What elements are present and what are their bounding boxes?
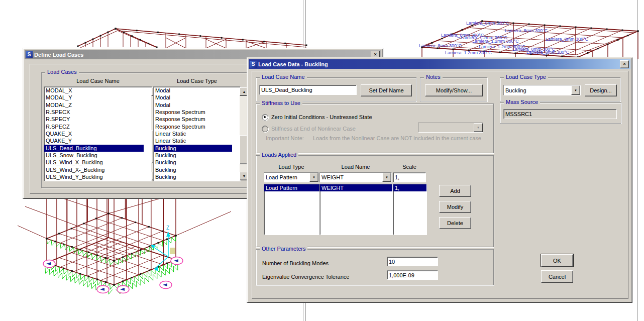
cancel-button[interactable]: Cancel xyxy=(541,270,573,283)
load-case-name-row[interactable]: MODAL_X xyxy=(44,87,144,94)
load-type-list[interactable]: Load Pattern xyxy=(264,184,320,235)
load-case-type-row[interactable]: Buckling xyxy=(154,152,232,159)
load-case-type-row[interactable]: Buckling xyxy=(154,145,232,152)
buckling-modes-label: Number of Buckling Modes xyxy=(262,260,329,266)
delete-button[interactable]: Delete xyxy=(439,217,471,229)
load-type-dropdown[interactable]: Load Pattern ▼ xyxy=(264,172,319,182)
load-case-name-group-label: Load Case Name xyxy=(260,74,307,80)
grip-box xyxy=(170,248,175,254)
load-name-list[interactable]: WEIGHT xyxy=(319,184,393,235)
notes-group-label: Notes xyxy=(424,74,443,80)
load-case-name-row[interactable]: MODAL_Z xyxy=(44,101,144,109)
member-label: Lamiera_8mm 300°C xyxy=(546,37,588,42)
load-case-data-titlebar[interactable]: S Load Case Data - Buckling ✕ xyxy=(249,59,630,69)
loads-applied-group: Loads Applied Load Type Load Name Scale … xyxy=(256,155,494,247)
load-case-name-group: Load Case Name ULS_Dead_Buckling Set Def… xyxy=(256,77,416,101)
eigenvalue-tolerance-label: Eigenvalue Convergence Tolerance xyxy=(262,274,349,280)
load-case-type-header: Load Case Type xyxy=(177,78,217,84)
load-case-name-row[interactable]: ULS_Wind_Y_Buckling xyxy=(44,173,144,180)
stiffness-group: Stiffness to Use Zero Initial Conditions… xyxy=(256,103,494,153)
load-case-type-row[interactable]: Response Spectrum xyxy=(154,109,232,116)
load-case-name-row[interactable]: R.SPECX xyxy=(44,109,144,116)
member-label: Lamiera_8mm 300°C xyxy=(466,21,509,26)
app-logo-icon: S xyxy=(250,61,257,68)
load-case-name-list[interactable]: ▲ ▼ MODAL_XMODAL_YMODAL_ZR.SPECXR.SPECYR… xyxy=(44,86,152,181)
load-case-name-row[interactable]: ULS_Dead_Buckling xyxy=(44,145,144,152)
load-case-name-row[interactable]: ULS_Snow_Buckling xyxy=(44,152,144,159)
other-parameters-group: Other Parameters Number of Buckling Mode… xyxy=(256,249,494,285)
load-case-name-row[interactable]: QUAKE_Y xyxy=(44,137,144,144)
load-case-name-row[interactable]: R.SPECZ xyxy=(44,123,144,130)
chevron-down-icon[interactable]: ▼ xyxy=(571,85,580,95)
mass-source-group-label: Mass Source xyxy=(504,99,540,105)
load-case-name-header: Load Case Name xyxy=(76,78,120,84)
load-case-type-row[interactable]: Modal xyxy=(154,87,232,94)
load-type-row[interactable]: Load Pattern xyxy=(264,184,319,191)
scale-input[interactable]: 1, xyxy=(393,172,426,182)
load-name-header: Load Name xyxy=(342,164,370,170)
modify-show-button[interactable]: Modify/Show... xyxy=(425,84,483,96)
load-case-type-row[interactable]: Response Spectrum xyxy=(154,116,232,123)
ok-button[interactable]: OK xyxy=(541,254,573,267)
chevron-down-icon[interactable]: ▼ xyxy=(309,173,318,182)
load-type-header: Load Type xyxy=(278,164,304,170)
load-name-dropdown[interactable]: WEIGHT ▼ xyxy=(319,172,392,182)
member-label: Lamiera_8mm 300°C xyxy=(526,50,569,55)
load-case-type-value: Buckling xyxy=(504,85,571,95)
design-button[interactable]: Design... xyxy=(585,84,617,96)
load-case-type-dropdown[interactable]: Buckling ▼ xyxy=(503,85,581,95)
eigenvalue-tolerance-input[interactable]: 1,000E-09 xyxy=(387,270,438,280)
stiffness-nonlinear-label: Stiffness at End of Nonlinear Case xyxy=(271,126,356,132)
define-load-cases-title: Define Load Cases xyxy=(34,52,369,58)
close-icon[interactable]: ✕ xyxy=(620,60,629,68)
load-name-row[interactable]: WEIGHT xyxy=(320,184,392,191)
chevron-down-icon: ▼ xyxy=(474,123,483,132)
load-case-type-row[interactable]: Linear Static xyxy=(154,130,232,137)
load-case-type-row[interactable]: Buckling xyxy=(154,173,232,180)
load-case-type-row[interactable]: Response Spectrum xyxy=(154,123,232,130)
chevron-down-icon[interactable]: ▼ xyxy=(382,173,391,182)
add-button[interactable]: Add xyxy=(439,185,471,197)
load-case-type-list[interactable]: ▲ ▼ ModalModalModalResponse SpectrumResp… xyxy=(153,86,241,181)
nonlinear-case-value xyxy=(418,123,474,132)
load-case-type-row[interactable]: Modal xyxy=(154,101,232,109)
important-note-text: Loads from the Nonlinear Case are NOT in… xyxy=(313,135,486,142)
load-name-value: WEIGHT xyxy=(320,173,382,182)
load-case-type-row[interactable]: Buckling xyxy=(154,166,232,173)
load-case-data-dialog: S Load Case Data - Buckling ✕ Load Case … xyxy=(247,57,632,303)
load-case-type-row[interactable]: Linear Static xyxy=(154,137,232,144)
important-note-label: Important Note: xyxy=(266,135,304,141)
stiffness-nonlinear-radio xyxy=(262,126,268,132)
member-label: Lamiera_8mm 300°C xyxy=(419,43,462,48)
load-case-name-row[interactable]: ULS_Wind_X-_Buckling xyxy=(44,166,144,173)
buckling-modes-input[interactable]: 10 xyxy=(387,257,438,266)
load-case-type-row[interactable]: Buckling xyxy=(154,159,232,166)
modify-button[interactable]: Modify xyxy=(439,201,471,213)
load-case-name-row[interactable]: ULS_Wind_X_Buckling xyxy=(44,159,144,166)
load-case-name-row[interactable]: R.SPECY xyxy=(44,116,144,123)
load-case-name-row[interactable]: QUAKE_X xyxy=(44,130,144,137)
app-logo-icon: S xyxy=(26,51,33,58)
mass-source-field: MSSSRC1 xyxy=(503,109,617,119)
load-cases-group-label: Load Cases xyxy=(45,69,79,75)
other-parameters-group-label: Other Parameters xyxy=(260,246,307,252)
zero-initial-conditions-radio[interactable] xyxy=(262,114,268,121)
model-view-base-structure: Z xyxy=(15,192,259,321)
loads-applied-group-label: Loads Applied xyxy=(260,152,298,158)
scale-row[interactable]: 1, xyxy=(393,184,426,191)
load-type-value: Load Pattern xyxy=(264,173,309,182)
stiffness-group-label: Stiffness to Use xyxy=(260,100,302,106)
load-case-type-group: Load Case Type Buckling ▼ Design... xyxy=(500,77,620,101)
model-view-roof-apex xyxy=(75,15,311,48)
load-case-name-input[interactable]: ULS_Dead_Buckling xyxy=(259,85,357,95)
load-case-name-row[interactable]: MODAL_Y xyxy=(44,94,144,101)
load-case-type-group-label: Load Case Type xyxy=(504,74,548,80)
member-label: Lamiera_8mm 300°C xyxy=(505,28,548,33)
load-case-type-row[interactable]: Modal xyxy=(154,94,232,101)
set-def-name-button[interactable]: Set Def Name xyxy=(361,84,412,96)
scale-list[interactable]: 1, xyxy=(393,184,427,235)
load-case-data-title: Load Case Data - Buckling xyxy=(258,61,618,67)
zero-initial-conditions-label: Zero Initial Conditions - Unstressed Sta… xyxy=(271,114,372,120)
nonlinear-case-dropdown: ▼ xyxy=(418,123,483,133)
mass-source-group: Mass Source MSSSRC1 xyxy=(500,102,621,124)
